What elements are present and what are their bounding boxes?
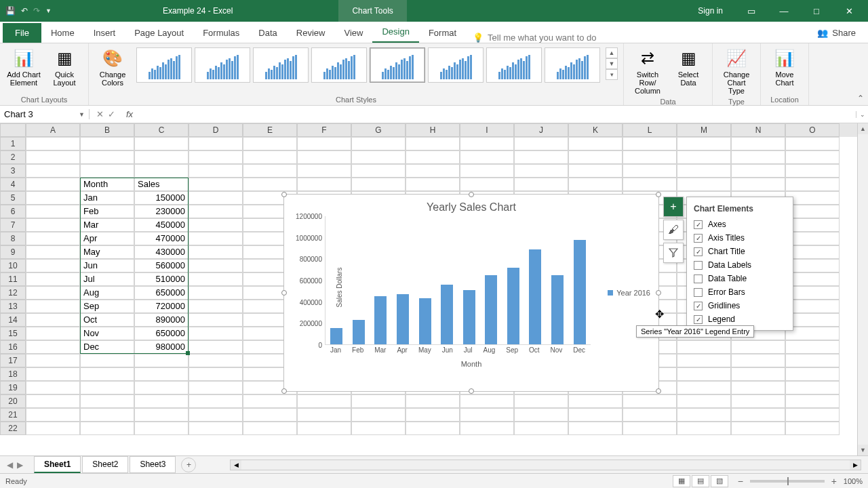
cell[interactable] <box>785 422 840 435</box>
chart-bar[interactable] <box>374 296 387 344</box>
cell[interactable] <box>568 178 623 191</box>
cell[interactable] <box>731 137 785 150</box>
cell[interactable] <box>189 150 243 164</box>
cell[interactable] <box>134 422 189 435</box>
cell[interactable] <box>677 367 731 381</box>
switch-row-column-button[interactable]: ⇄Switch Row/ Column <box>629 46 666 96</box>
cell[interactable] <box>189 272 243 286</box>
formula-expand-icon[interactable]: ⌄ <box>856 111 868 118</box>
cell[interactable] <box>677 340 731 354</box>
cell[interactable] <box>243 394 297 408</box>
cell[interactable]: 890000 <box>134 313 189 327</box>
cell[interactable]: Dec <box>80 340 134 354</box>
cell[interactable] <box>568 137 623 150</box>
cell[interactable] <box>26 394 80 408</box>
cell[interactable] <box>731 408 785 422</box>
column-header[interactable]: A <box>26 123 80 137</box>
cell[interactable] <box>785 205 840 218</box>
cell[interactable] <box>189 164 243 178</box>
cell[interactable] <box>26 205 80 218</box>
cell[interactable] <box>785 394 840 408</box>
cell[interactable]: 470000 <box>134 232 189 245</box>
column-header[interactable]: G <box>351 123 406 137</box>
cell[interactable] <box>785 408 840 422</box>
accept-formula-icon[interactable]: ✓ <box>108 109 115 119</box>
cell[interactable] <box>623 150 677 164</box>
zoom-level[interactable]: 100% <box>844 477 863 485</box>
row-header[interactable]: 20 <box>0 394 26 408</box>
cell[interactable] <box>189 408 243 422</box>
tell-me-search[interactable]: 💡Tell me what you want to do <box>473 33 596 43</box>
cell[interactable] <box>134 408 189 422</box>
zoom-in-button[interactable]: + <box>829 476 840 486</box>
tab-data[interactable]: Data <box>249 23 286 43</box>
cell[interactable]: Jan <box>80 191 134 205</box>
scroll-left-button[interactable]: ◀ <box>231 460 241 470</box>
cell[interactable] <box>134 367 189 381</box>
collapse-ribbon-icon[interactable]: ⌃ <box>857 94 864 103</box>
checkbox[interactable]: ✓ <box>694 315 703 324</box>
row-header[interactable]: 17 <box>0 354 26 367</box>
chart-style-thumb[interactable] <box>486 47 542 83</box>
cell[interactable] <box>568 394 623 408</box>
scroll-down-button[interactable]: ▼ <box>858 445 868 455</box>
column-header[interactable]: H <box>406 123 460 137</box>
chart-style-thumb[interactable] <box>253 47 309 83</box>
add-sheet-button[interactable]: + <box>181 458 196 472</box>
tab-page-layout[interactable]: Page Layout <box>125 23 193 43</box>
cell[interactable] <box>460 408 514 422</box>
cell[interactable] <box>351 150 406 164</box>
chart-element-option[interactable]: ✓Chart Title <box>687 245 793 258</box>
row-header[interactable]: 14 <box>0 313 26 327</box>
cell[interactable] <box>677 137 731 150</box>
row-header[interactable]: 2 <box>0 150 26 164</box>
cell[interactable] <box>189 354 243 367</box>
checkbox[interactable] <box>694 288 703 297</box>
tab-file[interactable]: File <box>3 23 41 43</box>
cell[interactable] <box>134 137 189 150</box>
cell[interactable] <box>785 137 840 150</box>
row-header[interactable]: 8 <box>0 232 26 245</box>
cell[interactable] <box>297 150 351 164</box>
cell[interactable] <box>189 300 243 313</box>
cell[interactable] <box>189 367 243 381</box>
cell[interactable] <box>731 340 785 354</box>
cell[interactable] <box>785 367 840 381</box>
cell[interactable] <box>731 367 785 381</box>
row-header[interactable]: 11 <box>0 272 26 286</box>
cell[interactable] <box>623 422 677 435</box>
row-header[interactable]: 13 <box>0 300 26 313</box>
cell[interactable] <box>677 422 731 435</box>
cell[interactable] <box>623 178 677 191</box>
chart-styles-button[interactable]: 🖌 <box>663 220 684 240</box>
cell[interactable]: 510000 <box>134 272 189 286</box>
chart-title[interactable]: Yearly Sales Chart <box>284 195 658 216</box>
chart-style-thumb[interactable] <box>136 47 192 83</box>
cell[interactable] <box>568 422 623 435</box>
style-scroll-down[interactable]: ▼ <box>606 58 618 69</box>
cell[interactable] <box>80 354 134 367</box>
cell[interactable] <box>80 394 134 408</box>
share-button[interactable]: 👥Share <box>805 23 868 43</box>
row-header[interactable]: 9 <box>0 245 26 259</box>
scroll-up-button[interactable]: ▲ <box>858 123 868 134</box>
cell[interactable] <box>26 137 80 150</box>
column-header[interactable]: D <box>189 123 243 137</box>
cell[interactable] <box>514 178 568 191</box>
cell[interactable]: 650000 <box>134 327 189 340</box>
chart-bar[interactable] <box>485 275 497 344</box>
chart-element-option[interactable]: ✓Axis Titles <box>687 231 793 245</box>
cell[interactable] <box>351 422 406 435</box>
cell[interactable] <box>189 313 243 327</box>
cell[interactable] <box>297 422 351 435</box>
chart-style-thumb[interactable] <box>311 47 367 83</box>
cell[interactable] <box>297 178 351 191</box>
cell[interactable] <box>351 394 406 408</box>
vertical-scrollbar[interactable]: ▲ ▼ <box>857 123 868 455</box>
row-header[interactable]: 1 <box>0 137 26 150</box>
cell[interactable] <box>243 408 297 422</box>
tab-view[interactable]: View <box>334 23 372 43</box>
cell[interactable] <box>297 137 351 150</box>
cell[interactable] <box>134 381 189 394</box>
sheet-tab[interactable]: Sheet3 <box>130 456 176 473</box>
